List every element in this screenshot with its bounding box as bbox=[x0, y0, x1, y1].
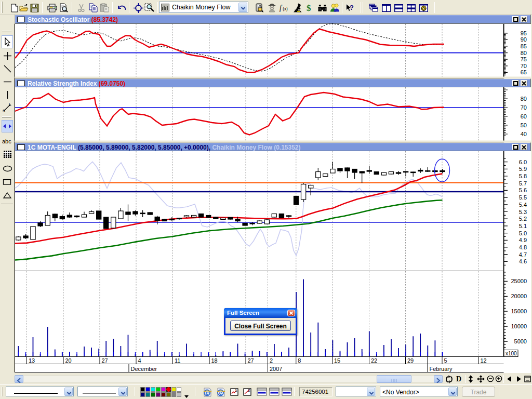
svg-text:5.1: 5.1 bbox=[519, 223, 527, 229]
svg-text:27: 27 bbox=[102, 357, 108, 364]
svg-text:20: 20 bbox=[65, 357, 72, 364]
svg-text:15000: 15000 bbox=[511, 308, 527, 314]
svg-text:50: 50 bbox=[521, 122, 527, 128]
svg-text:11: 11 bbox=[175, 357, 180, 364]
svg-text:75: 75 bbox=[521, 56, 527, 62]
svg-text:D: D bbox=[456, 375, 461, 382]
svg-text:5.7: 5.7 bbox=[519, 180, 527, 187]
svg-text:70: 70 bbox=[521, 104, 527, 111]
svg-text:1: 1 bbox=[235, 388, 237, 393]
svg-text:December: December bbox=[131, 366, 157, 372]
svg-text:5.2: 5.2 bbox=[519, 216, 527, 222]
svg-text:10000: 10000 bbox=[511, 323, 527, 329]
svg-text:2007: 2007 bbox=[270, 366, 282, 372]
svg-text:5.5: 5.5 bbox=[519, 194, 527, 201]
svg-text:15: 15 bbox=[334, 357, 340, 364]
svg-text:95: 95 bbox=[521, 30, 527, 36]
svg-text:22: 22 bbox=[371, 357, 377, 364]
svg-text:6.0: 6.0 bbox=[519, 159, 527, 165]
svg-text:5.4: 5.4 bbox=[519, 202, 527, 208]
svg-text:85: 85 bbox=[521, 43, 527, 49]
svg-text:80: 80 bbox=[521, 50, 527, 56]
svg-text:12: 12 bbox=[481, 357, 487, 364]
svg-text:90: 90 bbox=[521, 36, 527, 43]
svg-text:5.9: 5.9 bbox=[519, 166, 527, 172]
svg-text:4.7: 4.7 bbox=[519, 251, 527, 258]
svg-text:13: 13 bbox=[29, 357, 35, 364]
svg-text:40: 40 bbox=[521, 131, 527, 137]
svg-text:29: 29 bbox=[407, 357, 414, 364]
svg-text:5.0: 5.0 bbox=[519, 230, 527, 236]
svg-text:80: 80 bbox=[521, 96, 527, 102]
svg-text:4.6: 4.6 bbox=[519, 258, 527, 264]
svg-text:4: 4 bbox=[138, 357, 141, 364]
svg-text:25000: 25000 bbox=[511, 278, 527, 284]
svg-text:27: 27 bbox=[248, 357, 254, 364]
svg-text:60: 60 bbox=[521, 113, 527, 119]
svg-text:February: February bbox=[430, 366, 453, 372]
svg-text:5.6: 5.6 bbox=[519, 187, 527, 193]
svg-text:5.8: 5.8 bbox=[519, 173, 527, 179]
svg-text:65: 65 bbox=[521, 69, 527, 75]
svg-text:20000: 20000 bbox=[511, 293, 527, 299]
svg-text:18: 18 bbox=[211, 357, 218, 364]
svg-text:x100: x100 bbox=[506, 351, 517, 356]
svg-text:70: 70 bbox=[521, 63, 527, 69]
svg-text:5: 5 bbox=[444, 357, 447, 364]
svg-text:2: 2 bbox=[248, 388, 250, 393]
svg-text:2: 2 bbox=[270, 357, 273, 364]
svg-text:4.9: 4.9 bbox=[519, 237, 527, 243]
svg-text:8: 8 bbox=[298, 357, 301, 364]
svg-text:4.8: 4.8 bbox=[519, 244, 527, 250]
svg-text:5.3: 5.3 bbox=[519, 209, 527, 215]
svg-text:5000: 5000 bbox=[514, 338, 527, 344]
